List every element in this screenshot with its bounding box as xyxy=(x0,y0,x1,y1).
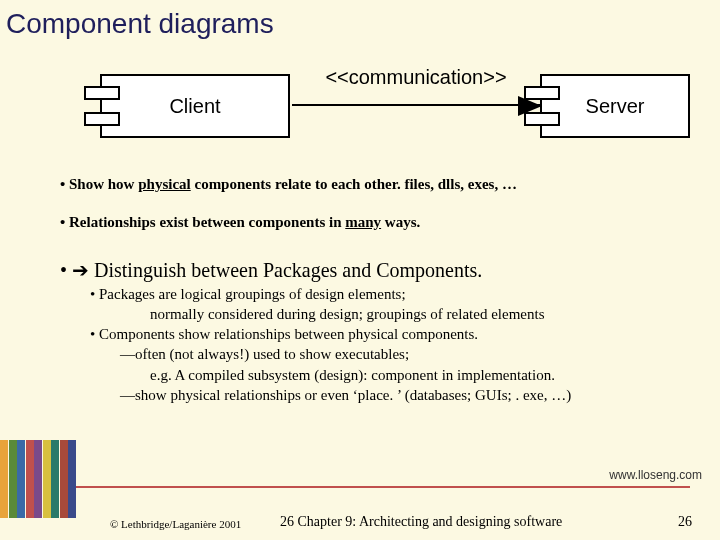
server-port-icon xyxy=(524,112,560,126)
chapter-text: 26 Chapter 9: Architecting and designing… xyxy=(280,514,562,530)
text: ways. xyxy=(381,214,420,230)
connector-stereotype: <<communication>> xyxy=(292,66,540,89)
sub-bullet-line: —show physical relationships or even ‘pl… xyxy=(120,385,680,405)
bullet-3: • ➔ Distinguish between Packages and Com… xyxy=(60,257,680,284)
text: Distinguish between Packages and Compone… xyxy=(89,259,482,281)
bullet-1: • Show how physical components relate to… xyxy=(60,174,680,194)
sub-bullet-line: normally considered during design; group… xyxy=(150,304,680,324)
text-underline: physical xyxy=(138,176,191,192)
text: • xyxy=(60,259,72,281)
server-component: Server xyxy=(540,74,690,138)
component-diagram: Client <<communication>> Server xyxy=(60,60,690,150)
client-port-icon xyxy=(84,112,120,126)
sub-bullet-line: —often (not always!) used to show execut… xyxy=(120,344,680,364)
sub-bullet-line: e.g. A compiled subsystem (design): comp… xyxy=(150,365,680,385)
text-underline: many xyxy=(345,214,381,230)
client-port-icon xyxy=(84,86,120,100)
sub-bullet: • Packages are logical groupings of desi… xyxy=(90,284,680,304)
divider xyxy=(60,486,690,488)
text: components relate to each other. files, … xyxy=(191,176,517,192)
page-number: 26 xyxy=(678,514,692,530)
source-url: www.lloseng.com xyxy=(609,468,702,482)
client-component: Client xyxy=(100,74,290,138)
text: • Show how xyxy=(60,176,138,192)
copyright-text: © Lethbridge/Laganière 2001 xyxy=(110,518,241,530)
connector-line-icon xyxy=(292,104,540,106)
arrow-right-icon: ➔ xyxy=(72,259,89,281)
page-title: Component diagrams xyxy=(6,8,274,40)
slide: Component diagrams Client <<communicatio… xyxy=(0,0,720,540)
client-label: Client xyxy=(169,95,220,118)
body-text: • Show how physical components relate to… xyxy=(60,170,680,405)
bullet-2: • Relationships exist between components… xyxy=(60,212,680,232)
server-port-icon xyxy=(524,86,560,100)
footer: © Lethbridge/Laganière 2001 26 Chapter 9… xyxy=(0,500,720,540)
server-label: Server xyxy=(586,95,645,118)
text: • Relationships exist between components… xyxy=(60,214,345,230)
sub-bullet: • Components show relationships between … xyxy=(90,324,680,344)
